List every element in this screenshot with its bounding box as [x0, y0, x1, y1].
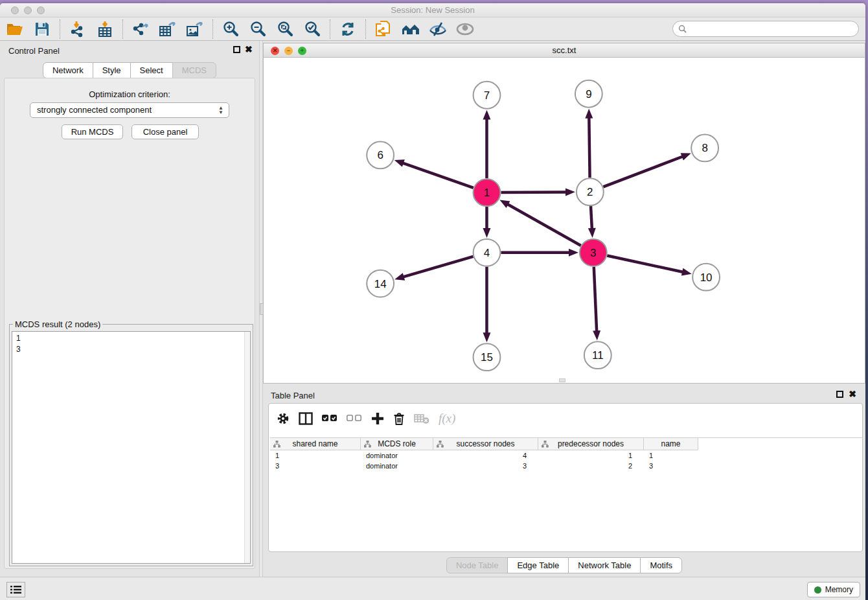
table-cell[interactable]: 1 [644, 450, 698, 461]
table-row: 3dominator323 [270, 461, 862, 471]
run-mcds-button[interactable]: Run MCDS [62, 124, 123, 139]
tab-style[interactable]: Style [93, 62, 131, 78]
zoom-in-icon[interactable] [220, 19, 242, 39]
delete-column-icon[interactable] [393, 412, 405, 425]
float-panel-icon[interactable] [233, 46, 240, 53]
select-all-icon[interactable] [322, 415, 337, 422]
table-cell[interactable]: 1 [538, 450, 644, 461]
search-input[interactable] [687, 25, 858, 34]
table-cell[interactable]: 3 [270, 461, 361, 471]
settings-gear-icon[interactable] [277, 412, 290, 425]
column-header-shared-name[interactable]: shared name [270, 438, 361, 450]
memory-label: Memory [825, 585, 853, 594]
import-table-icon[interactable] [94, 19, 116, 39]
toolbar-separator [122, 19, 123, 39]
edge-arrow-icon [483, 332, 491, 342]
delete-table-icon[interactable] [414, 413, 429, 424]
tab-network[interactable]: Network [43, 62, 93, 78]
table-float-icon[interactable] [836, 391, 843, 398]
add-column-icon[interactable] [371, 412, 384, 425]
edge-2-9[interactable] [589, 117, 589, 178]
tab-mcds[interactable]: MCDS [172, 62, 216, 78]
save-session-icon[interactable] [31, 19, 53, 39]
table-close-icon[interactable]: ✖ [849, 389, 856, 399]
task-history-button[interactable] [6, 582, 25, 597]
select-stepper-icon: ▲▼ [217, 104, 225, 116]
tab-node-table[interactable]: Node Table [446, 557, 508, 573]
tab-motifs[interactable]: Motifs [640, 557, 682, 573]
close-panel-button[interactable]: Close panel [131, 124, 199, 139]
table-cell[interactable]: 1 [270, 450, 361, 461]
split-view-icon[interactable] [299, 412, 313, 425]
graph-node-label: 10 [700, 271, 713, 284]
zoom-fit-icon[interactable] [274, 19, 296, 39]
edge-arrow-icon [499, 200, 510, 208]
edge-3-11[interactable] [594, 267, 597, 332]
edge-1-2[interactable] [501, 192, 567, 192]
graph-node-label: 14 [374, 278, 387, 290]
hide-details-icon[interactable] [427, 19, 449, 39]
graph-node-label: 7 [484, 89, 490, 102]
application-window: Session: New Session [0, 3, 865, 600]
open-file-icon[interactable] [4, 19, 26, 39]
mcds-result-text[interactable]: 1 3 [12, 331, 251, 564]
close-panel-icon[interactable]: ✖ [245, 44, 253, 54]
first-neighbors-icon[interactable] [400, 19, 422, 39]
main-toolbar [0, 17, 865, 41]
column-label: shared name [292, 439, 337, 448]
memory-status-icon [814, 586, 821, 594]
graph-node-label: 1 [484, 187, 490, 199]
network-graph[interactable]: 1234678910111415 [264, 58, 865, 383]
table-cell[interactable]: 3 [433, 461, 538, 471]
graph-node-label: 11 [592, 349, 604, 362]
table-cell[interactable]: 2 [538, 461, 644, 471]
status-bar: Memory [0, 577, 865, 600]
tab-edge-table[interactable]: Edge Table [507, 557, 569, 573]
canvas-resize-handle[interactable] [559, 378, 565, 382]
network-canvas[interactable]: 1234678910111415 [264, 58, 865, 383]
control-panel-tabs: Network Style Select MCDS [0, 62, 259, 78]
edge-arrow-icon [565, 188, 575, 196]
result-scrollbar[interactable] [244, 332, 250, 563]
control-panel-title: Control Panel [8, 46, 60, 56]
network-title: scc.txt [264, 45, 865, 55]
edge-2-8[interactable] [603, 156, 683, 187]
show-details-icon[interactable] [454, 19, 476, 39]
table-cell[interactable]: dominator [361, 461, 433, 471]
tab-network-table[interactable]: Network Table [568, 557, 641, 573]
column-header-MCDS-role[interactable]: MCDS role [361, 438, 433, 450]
function-builder-icon[interactable]: f(x) [439, 411, 455, 426]
table-panel: Table Panel ✖ [263, 386, 865, 577]
export-table-icon[interactable] [157, 19, 179, 39]
deselect-all-icon[interactable] [347, 415, 362, 422]
criterion-value: strongly connected component [37, 105, 152, 115]
edge-3-10[interactable] [607, 255, 683, 272]
zoom-out-icon[interactable] [247, 19, 269, 39]
column-header-name[interactable]: name [644, 438, 698, 450]
memory-button[interactable]: Memory [807, 582, 860, 597]
duplicate-network-icon[interactable] [372, 19, 394, 39]
zoom-selected-icon[interactable] [301, 19, 323, 39]
criterion-select[interactable]: strongly connected component ▲▼ [30, 102, 229, 118]
export-network-icon[interactable] [130, 19, 152, 39]
table-body: 1dominator4113dominator323 [270, 450, 862, 471]
edge-2-3[interactable] [591, 206, 592, 229]
right-area: ✕ − + scc.txt 1234678910111415 Table Pan… [263, 41, 865, 577]
table-cell[interactable]: 4 [433, 450, 538, 461]
graph-node-label: 15 [481, 351, 493, 363]
import-network-icon[interactable] [67, 19, 89, 39]
edge-arrow-icon [394, 159, 405, 167]
column-label: MCDS role [378, 439, 416, 448]
export-image-icon[interactable] [184, 19, 206, 39]
edge-3-1[interactable] [507, 204, 581, 246]
column-header-predecessor-nodes[interactable]: predecessor nodes [538, 438, 644, 450]
column-header-successor-nodes[interactable]: successor nodes [433, 438, 538, 450]
table-cell[interactable]: 3 [644, 461, 698, 471]
edge-4-14[interactable] [403, 257, 474, 277]
table-cell[interactable]: dominator [361, 450, 433, 461]
control-panel: Control Panel ✖ Network Style Select MCD… [0, 41, 259, 577]
table-tabs: Node Table Edge Table Network Table Moti… [263, 557, 865, 573]
tab-select[interactable]: Select [130, 62, 173, 78]
edge-1-6[interactable] [402, 163, 474, 188]
refresh-layout-icon[interactable] [337, 19, 359, 39]
